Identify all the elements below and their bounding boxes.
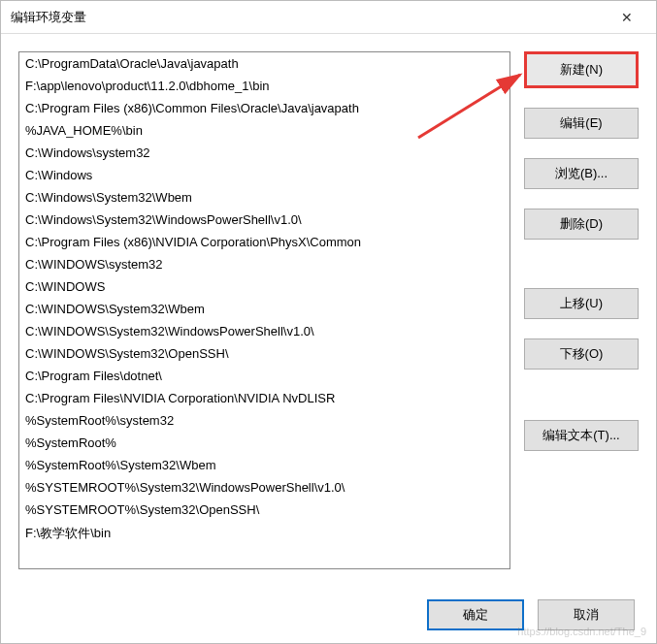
dialog-footer: 确定 取消	[1, 587, 656, 643]
list-item[interactable]: C:\WINDOWS\System32\Wbem	[19, 298, 509, 320]
edit-button[interactable]: 编辑(E)	[524, 108, 639, 139]
move-up-button[interactable]: 上移(U)	[524, 288, 639, 319]
list-item[interactable]: F:\app\lenovo\product\11.2.0\dbhome_1\bi…	[19, 75, 509, 97]
titlebar: 编辑环境变量 ✕	[1, 1, 656, 34]
new-button[interactable]: 新建(N)	[524, 51, 639, 88]
ok-button[interactable]: 确定	[427, 599, 524, 630]
list-item[interactable]: %SystemRoot%\System32\Wbem	[19, 454, 509, 476]
list-item[interactable]: %SystemRoot%\system32	[19, 409, 509, 432]
list-item[interactable]: C:\Program Files\dotnet\	[19, 365, 509, 387]
delete-button[interactable]: 删除(D)	[524, 209, 639, 240]
list-item[interactable]: C:\WINDOWS\system32	[19, 253, 509, 275]
list-item[interactable]: C:\Program Files (x86)\NVIDIA Corporatio…	[19, 231, 509, 253]
browse-button[interactable]: 浏览(B)...	[524, 158, 639, 189]
move-down-button[interactable]: 下移(O)	[524, 338, 639, 370]
list-item[interactable]: F:\教学软件\bin	[19, 521, 509, 546]
content-area: C:\ProgramData\Oracle\Java\javapathF:\ap…	[1, 34, 656, 587]
edit-text-button[interactable]: 编辑文本(T)...	[524, 420, 639, 451]
list-item[interactable]: %SYSTEMROOT%\System32\WindowsPowerShell\…	[19, 476, 509, 499]
list-item[interactable]: %SYSTEMROOT%\System32\OpenSSH\	[19, 499, 509, 521]
path-listbox[interactable]: C:\ProgramData\Oracle\Java\javapathF:\ap…	[18, 51, 510, 569]
list-item[interactable]: C:\ProgramData\Oracle\Java\javapath	[19, 52, 509, 75]
cancel-button[interactable]: 取消	[538, 599, 635, 630]
dialog-window: 编辑环境变量 ✕ C:\ProgramData\Oracle\Java\java…	[0, 0, 657, 644]
list-item[interactable]: %SystemRoot%	[19, 432, 509, 454]
list-item[interactable]: C:\Windows\system32	[19, 142, 509, 164]
list-item[interactable]: C:\WINDOWS\System32\OpenSSH\	[19, 342, 509, 365]
dialog-title: 编辑环境变量	[11, 9, 608, 26]
list-item[interactable]: %JAVA_HOME%\bin	[19, 119, 509, 142]
list-item[interactable]: C:\Windows\System32\Wbem	[19, 186, 509, 209]
close-icon[interactable]: ✕	[608, 1, 646, 33]
list-item[interactable]: C:\WINDOWS	[19, 275, 509, 298]
side-button-column: 新建(N) 编辑(E) 浏览(B)... 删除(D) 上移(U) 下移(O) 编…	[524, 51, 639, 569]
list-item[interactable]: C:\Program Files\NVIDIA Corporation\NVID…	[19, 387, 509, 409]
list-item[interactable]: C:\Windows	[19, 164, 509, 186]
list-item[interactable]: C:\WINDOWS\System32\WindowsPowerShell\v1…	[19, 320, 509, 342]
list-item[interactable]: C:\Windows\System32\WindowsPowerShell\v1…	[19, 209, 509, 231]
list-item[interactable]: C:\Program Files (x86)\Common Files\Orac…	[19, 97, 509, 119]
